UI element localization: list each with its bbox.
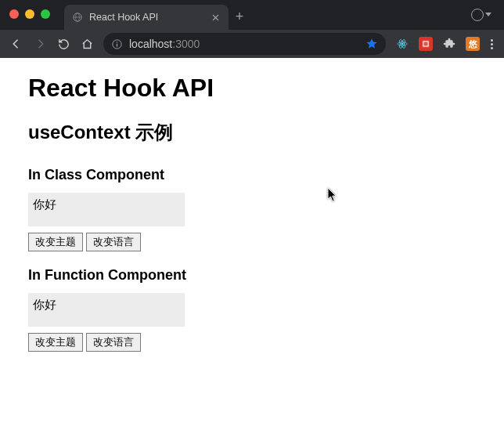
- url-port: :3000: [172, 38, 200, 50]
- close-window-icon[interactable]: [9, 9, 19, 19]
- window-controls: [9, 9, 50, 19]
- globe-icon: [72, 12, 83, 23]
- class-button-row: 改变主题 改变语言: [28, 233, 476, 251]
- tab-title: React Hook API: [89, 12, 203, 23]
- function-button-row: 改变主题 改变语言: [28, 333, 476, 352]
- close-tab-icon[interactable]: [210, 12, 221, 23]
- change-language-button[interactable]: 改变语言: [86, 333, 141, 352]
- extensions-menu-icon[interactable]: [442, 37, 456, 51]
- profile-icon: [471, 9, 484, 21]
- mouse-cursor-icon: [327, 187, 338, 206]
- titlebar: React Hook API +: [0, 0, 504, 30]
- svg-point-4: [117, 42, 118, 43]
- extension-red-icon[interactable]: [419, 37, 433, 51]
- class-greeting-text: 你好: [33, 198, 56, 211]
- change-theme-button[interactable]: 改变主题: [28, 333, 83, 352]
- page-content: React Hook API useContext 示例 In Class Co…: [0, 58, 504, 367]
- section-title: useContext 示例: [28, 120, 476, 145]
- bookmark-star-icon[interactable]: [365, 38, 378, 50]
- url-host: localhost: [129, 38, 172, 50]
- profile-menu[interactable]: [471, 9, 491, 24]
- forward-button[interactable]: [33, 37, 47, 51]
- browser-chrome: React Hook API + localhost:3000: [0, 0, 504, 58]
- browser-menu-button[interactable]: [489, 39, 495, 49]
- reload-button[interactable]: [56, 37, 70, 51]
- class-component-heading: In Class Component: [28, 167, 476, 183]
- extension-react-devtools-icon[interactable]: [395, 37, 409, 51]
- browser-tab[interactable]: React Hook API: [64, 5, 229, 30]
- toolbar: localhost:3000 悠: [0, 30, 504, 58]
- back-button[interactable]: [9, 37, 23, 51]
- svg-rect-5: [117, 43, 117, 46]
- svg-point-6: [401, 43, 404, 45]
- change-theme-button[interactable]: 改变主题: [28, 233, 83, 251]
- address-bar[interactable]: localhost:3000: [103, 33, 386, 55]
- function-greeting-box: 你好: [28, 293, 185, 327]
- minimize-window-icon[interactable]: [25, 9, 34, 19]
- new-tab-button[interactable]: +: [229, 3, 250, 30]
- function-component-heading: In Function Component: [28, 267, 476, 284]
- page-title: React Hook API: [28, 74, 476, 103]
- maximize-window-icon[interactable]: [41, 9, 50, 19]
- home-button[interactable]: [80, 37, 94, 51]
- chevron-down-icon: [485, 13, 491, 16]
- class-greeting-box: 你好: [28, 193, 185, 226]
- function-greeting-text: 你好: [33, 298, 56, 311]
- url-text: localhost:3000: [129, 38, 200, 50]
- site-info-icon[interactable]: [111, 38, 123, 50]
- extension-badge-icon[interactable]: 悠: [466, 37, 480, 51]
- change-language-button[interactable]: 改变语言: [86, 233, 141, 251]
